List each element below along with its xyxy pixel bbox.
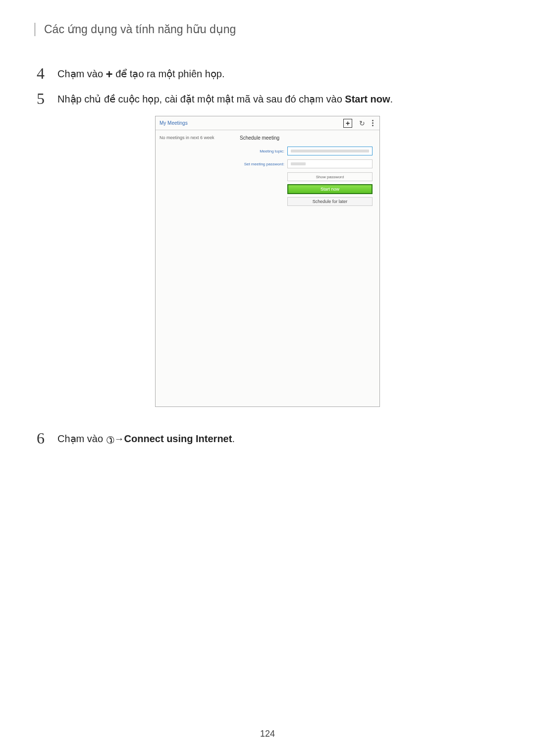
step-number: 6 xyxy=(37,431,52,446)
plus-icon: + xyxy=(106,67,113,81)
refresh-icon[interactable]: ↻ xyxy=(359,119,365,127)
step-number: 5 xyxy=(37,91,52,106)
text-post: . xyxy=(232,433,235,444)
step-text: Nhập chủ đề cuộc họp, cài đặt một mật mã… xyxy=(57,91,393,106)
ss-icons: + ↻ xyxy=(343,119,375,128)
add-icon[interactable]: + xyxy=(343,119,352,128)
section-header: Các ứng dụng và tính năng hữu dụng xyxy=(35,23,500,36)
ss-right-panel: Schedule meeting Meeting topic: Set meet… xyxy=(240,130,379,406)
step-5: 5 Nhập chủ đề cuộc họp, cài đặt một mật … xyxy=(35,91,500,106)
show-password-button[interactable]: Show password xyxy=(287,172,373,181)
meeting-password-input[interactable] xyxy=(287,159,373,168)
text-post: . xyxy=(390,94,393,104)
section-title: Các ứng dụng và tính năng hữu dụng xyxy=(44,23,500,36)
ss-topbar: My Meetings + ↻ xyxy=(156,116,379,130)
step-6: 6 Chạm vào ✆ → Connect using Internet. xyxy=(35,431,500,447)
embedded-screenshot: My Meetings + ↻ No meetings in next 6 we… xyxy=(155,116,380,407)
arrow-icon: → xyxy=(114,432,124,446)
meeting-topic-input[interactable] xyxy=(287,147,373,155)
ss-left-text: No meetings in next 6 week xyxy=(160,135,236,140)
text-pre: Nhập chủ đề cuộc họp, cài đặt một mật mã… xyxy=(57,94,345,104)
text-pre: Chạm vào xyxy=(57,433,106,444)
ss-title: My Meetings xyxy=(160,120,343,126)
page-number: 124 xyxy=(0,729,535,739)
step-4: 4 Chạm vào + để tạo ra một phiên họp. xyxy=(35,66,500,81)
ss-label-password: Set meeting password: xyxy=(240,162,287,166)
step-number: 4 xyxy=(37,66,52,81)
more-icon[interactable] xyxy=(372,120,374,126)
text-pre: Chạm vào xyxy=(57,68,106,79)
text-post: để tạo ra một phiên họp. xyxy=(113,68,225,79)
text-bold: Start now xyxy=(345,94,390,104)
ss-left-panel: No meetings in next 6 week xyxy=(156,130,240,406)
start-now-button[interactable]: Start now xyxy=(287,184,373,194)
ss-panel-title: Schedule meeting xyxy=(240,135,373,141)
schedule-later-button[interactable]: Schedule for later xyxy=(287,197,373,206)
step-text: Chạm vào ✆ → Connect using Internet. xyxy=(57,431,235,447)
ss-label-topic: Meeting topic: xyxy=(240,149,287,153)
text-bold: Connect using Internet xyxy=(124,433,232,444)
step-text: Chạm vào + để tạo ra một phiên họp. xyxy=(57,66,225,81)
